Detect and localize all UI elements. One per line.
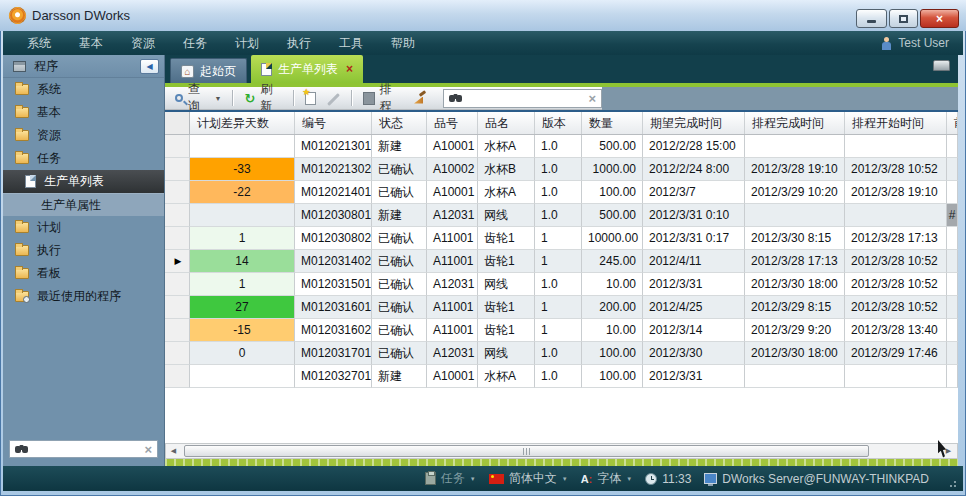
cell-item_no[interactable]: A12031 (427, 204, 478, 227)
cell-sched_start[interactable]: 2012/3/28 13:40 (845, 319, 947, 342)
menu-item-系统[interactable]: 系统 (13, 36, 65, 50)
table-row[interactable]: 1M012030802已确认A11001齿轮1110000.002012/3/3… (165, 227, 958, 250)
menu-item-帮助[interactable]: 帮助 (377, 36, 429, 50)
cell-status[interactable]: 已确认 (372, 273, 427, 296)
cell-expect[interactable]: 2012/3/14 (643, 319, 745, 342)
cell-extra[interactable] (947, 181, 958, 204)
table-row[interactable]: M012030801新建A12031网线1.0500.002012/3/31 0… (165, 204, 958, 227)
sidebar-item-计划[interactable]: 计划 (3, 216, 164, 239)
cell-extra[interactable] (947, 227, 958, 250)
cell-version[interactable]: 1.0 (535, 204, 582, 227)
status-font-menu[interactable]: A: 字体 ▼ (581, 470, 633, 487)
cell-item_name[interactable]: 齿轮1 (478, 319, 535, 342)
cell-expect[interactable]: 2012/3/7 (643, 181, 745, 204)
table-row[interactable]: M012032701新建A10001水杯A1.0100.002012/3/31 (165, 365, 958, 388)
cell-expect[interactable]: 2012/3/31 (643, 273, 745, 296)
cell-status[interactable]: 已确认 (372, 181, 427, 204)
menu-item-任务[interactable]: 任务 (169, 36, 221, 50)
menu-item-基本[interactable]: 基本 (65, 36, 117, 50)
cell-qty[interactable]: 10.00 (582, 273, 643, 296)
cell-extra[interactable] (947, 250, 958, 273)
cell-extra[interactable] (947, 158, 958, 181)
cell-sched_end[interactable]: 2012/3/28 19:10 (745, 158, 845, 181)
cell-sched_end[interactable] (745, 135, 845, 158)
close-button[interactable]: × (920, 9, 959, 28)
cell-item_name[interactable]: 齿轮1 (478, 296, 535, 319)
cell-item_no[interactable]: A12031 (427, 273, 478, 296)
horizontal-scrollbar[interactable]: ◀ ▶ (165, 443, 958, 459)
cell-code[interactable]: M012031501 (295, 273, 372, 296)
cell-diff[interactable]: -33 (190, 158, 295, 181)
cell-expect[interactable]: 2012/3/31 (643, 365, 745, 388)
cell-extra[interactable] (947, 319, 958, 342)
menu-item-工具[interactable]: 工具 (325, 36, 377, 50)
cell-item_no[interactable]: A11001 (427, 296, 478, 319)
table-row[interactable]: M012021301新建A10001水杯A1.0500.002012/2/28 … (165, 135, 958, 158)
row-selector-cell[interactable] (165, 342, 190, 365)
row-selector-cell[interactable] (165, 273, 190, 296)
cell-version[interactable]: 1.0 (535, 342, 582, 365)
tab-close-icon[interactable]: × (346, 63, 353, 75)
cell-version[interactable]: 1.0 (535, 181, 582, 204)
cell-qty[interactable]: 10.00 (582, 319, 643, 342)
table-row[interactable]: 0M012031701已确认A12031网线1.0100.002012/3/30… (165, 342, 958, 365)
cell-diff[interactable]: 27 (190, 296, 295, 319)
user-indicator[interactable]: Test User (881, 36, 963, 50)
cell-version[interactable]: 1 (535, 227, 582, 250)
sidebar-item-最近使用的程序[interactable]: 最近使用的程序 (3, 285, 164, 308)
row-selector-cell[interactable] (165, 319, 190, 342)
clear-schedule-button[interactable] (410, 92, 430, 105)
cell-sched_end[interactable]: 2012/3/30 8:15 (745, 227, 845, 250)
column-header-expect[interactable]: 期望完成时间 (643, 112, 745, 134)
column-header-sched_end[interactable]: 排程完成时间 (745, 112, 845, 134)
cell-diff[interactable] (190, 365, 295, 388)
cell-item_no[interactable]: A11001 (427, 227, 478, 250)
sidebar-search-clear-icon[interactable]: × (144, 443, 152, 456)
column-header-item_no[interactable]: 品号 (427, 112, 478, 134)
cell-sched_end[interactable]: 2012/3/28 17:13 (745, 250, 845, 273)
cell-sched_start[interactable] (845, 365, 947, 388)
cell-expect[interactable]: 2012/4/25 (643, 296, 745, 319)
cell-expect[interactable]: 2012/2/28 15:00 (643, 135, 745, 158)
cell-status[interactable]: 已确认 (372, 227, 427, 250)
cell-code[interactable]: M012030802 (295, 227, 372, 250)
cell-item_name[interactable]: 网线 (478, 273, 535, 296)
cell-status[interactable]: 新建 (372, 135, 427, 158)
cell-item_no[interactable]: A10002 (427, 158, 478, 181)
cell-sched_start[interactable]: 2012/3/28 10:52 (845, 250, 947, 273)
new-button[interactable] (302, 92, 319, 105)
sidebar-item-生产单列表[interactable]: 生产单列表 (3, 170, 164, 193)
cell-expect[interactable]: 2012/3/30 (643, 342, 745, 365)
sidebar-item-基本[interactable]: 基本 (3, 101, 164, 124)
sidebar-search-input[interactable] (26, 441, 139, 457)
sidebar-item-执行[interactable]: 执行 (3, 239, 164, 262)
cell-item_name[interactable]: 水杯A (478, 181, 535, 204)
cell-item_no[interactable]: A11001 (427, 319, 478, 342)
sidebar-item-看板[interactable]: 看板 (3, 262, 164, 285)
cell-qty[interactable]: 245.00 (582, 250, 643, 273)
cell-diff[interactable] (190, 135, 295, 158)
cell-expect[interactable]: 2012/4/11 (643, 250, 745, 273)
table-row[interactable]: -15M012031602已确认A11001齿轮1110.002012/3/14… (165, 319, 958, 342)
cell-qty[interactable]: 1000.00 (582, 158, 643, 181)
cell-sched_end[interactable]: 2012/3/29 10:20 (745, 181, 845, 204)
toolbar-search-input[interactable] (460, 90, 583, 106)
cell-extra[interactable] (947, 342, 958, 365)
cell-sched_end[interactable]: 2012/3/30 18:00 (745, 342, 845, 365)
cell-qty[interactable]: 100.00 (582, 342, 643, 365)
cell-sched_start[interactable]: 2012/3/28 10:52 (845, 296, 947, 319)
cell-diff[interactable]: -15 (190, 319, 295, 342)
sidebar-item-生产单属性[interactable]: 生产单属性 (3, 193, 164, 216)
tab-overflow-button[interactable] (933, 60, 950, 71)
cell-expect[interactable]: 2012/2/24 8:00 (643, 158, 745, 181)
cell-status[interactable]: 新建 (372, 204, 427, 227)
column-header-sched_start[interactable]: 排程开始时间 (845, 112, 947, 134)
menu-item-计划[interactable]: 计划 (221, 36, 273, 50)
cell-extra[interactable] (947, 296, 958, 319)
toolbar-search-box[interactable]: × (443, 89, 602, 108)
column-header-status[interactable]: 状态 (372, 112, 427, 134)
cell-sched_end[interactable]: 2012/3/29 9:20 (745, 319, 845, 342)
table-row[interactable]: ▶14M012031402已确认A11001齿轮11245.002012/4/1… (165, 250, 958, 273)
row-selector-cell[interactable] (165, 227, 190, 250)
row-selector-cell[interactable] (165, 296, 190, 319)
